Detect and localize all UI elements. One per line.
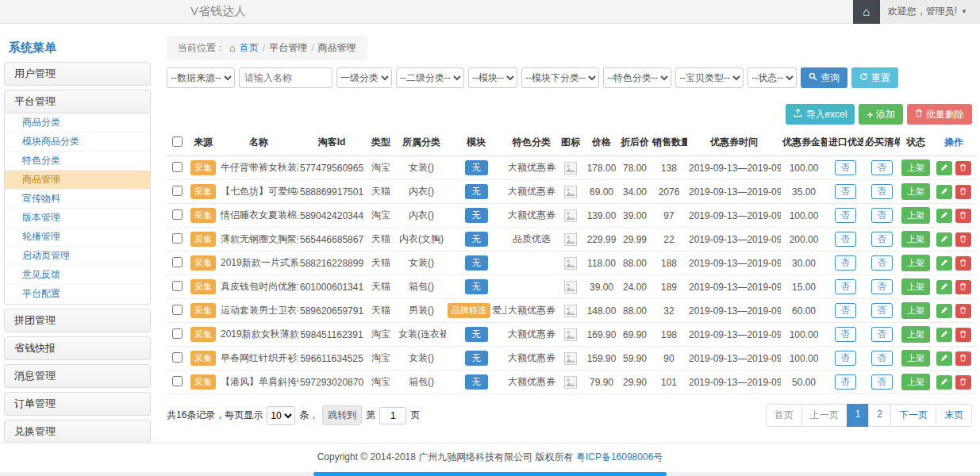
filter-select-7[interactable]: --宝贝类型-- bbox=[675, 67, 744, 88]
sidebar-subitem-商品管理[interactable]: 商品管理 bbox=[5, 171, 150, 190]
page-number-input[interactable] bbox=[379, 407, 406, 424]
filter-select-3[interactable]: --二级分类-- bbox=[396, 67, 464, 88]
delete-button[interactable] bbox=[955, 280, 971, 294]
page-size-select[interactable]: 10 bbox=[267, 406, 295, 425]
user-menu[interactable]: 欢迎您，管理员! ▼ bbox=[880, 5, 980, 18]
sidebar-item-订单管理[interactable]: 订单管理 bbox=[4, 392, 151, 416]
import-select-toggle[interactable]: 否 bbox=[835, 303, 856, 318]
status-button[interactable]: 上架 bbox=[901, 183, 930, 200]
must-buy-toggle[interactable]: 否 bbox=[871, 184, 893, 199]
status-button[interactable]: 上架 bbox=[901, 302, 930, 319]
filter-select-8[interactable]: --状态-- bbox=[747, 67, 797, 88]
import-select-toggle[interactable]: 否 bbox=[835, 160, 856, 175]
edit-button[interactable] bbox=[936, 209, 952, 223]
add-button[interactable]: + 添加 bbox=[859, 104, 903, 125]
edit-button[interactable] bbox=[936, 232, 952, 247]
must-buy-toggle[interactable]: 否 bbox=[871, 208, 893, 223]
sidebar-item-平台管理[interactable]: 平台管理 bbox=[4, 90, 151, 113]
status-button[interactable]: 上架 bbox=[901, 374, 930, 390]
batch-delete-button[interactable]: 批量删除 bbox=[907, 104, 972, 125]
row-checkbox[interactable] bbox=[172, 328, 183, 339]
filter-select-0[interactable]: --数据来源-- bbox=[167, 67, 235, 88]
page-button-上一页[interactable]: 上一页 bbox=[801, 404, 847, 427]
row-checkbox[interactable] bbox=[172, 186, 183, 196]
edit-button[interactable] bbox=[936, 185, 952, 199]
edit-button[interactable] bbox=[936, 328, 952, 342]
row-checkbox[interactable] bbox=[172, 376, 183, 386]
must-buy-toggle[interactable]: 否 bbox=[871, 255, 893, 271]
delete-button[interactable] bbox=[955, 328, 971, 342]
select-all-checkbox[interactable] bbox=[172, 136, 183, 147]
row-checkbox[interactable] bbox=[172, 233, 183, 244]
reset-button[interactable]: 重置 bbox=[851, 67, 898, 88]
filter-select-2[interactable]: 一级分类 bbox=[336, 67, 392, 88]
scrollbar-thumb[interactable] bbox=[313, 472, 667, 476]
delete-button[interactable] bbox=[955, 256, 971, 271]
row-checkbox[interactable] bbox=[172, 162, 183, 172]
import-excel-button[interactable]: 导入excel bbox=[786, 104, 855, 125]
delete-button[interactable] bbox=[955, 161, 971, 175]
home-button[interactable]: ⌂ bbox=[853, 0, 880, 24]
search-button[interactable]: 查询 bbox=[801, 67, 847, 88]
edit-button[interactable] bbox=[936, 256, 952, 271]
breadcrumb-home-link[interactable]: 首页 bbox=[240, 41, 259, 55]
delete-button[interactable] bbox=[955, 304, 971, 318]
import-select-toggle[interactable]: 否 bbox=[835, 232, 856, 247]
must-buy-toggle[interactable]: 否 bbox=[871, 374, 893, 390]
jump-button[interactable]: 跳转到 bbox=[322, 405, 362, 425]
edit-button[interactable] bbox=[936, 161, 952, 175]
status-button[interactable]: 上架 bbox=[901, 350, 930, 367]
status-button[interactable]: 上架 bbox=[901, 278, 930, 295]
status-button[interactable]: 上架 bbox=[901, 207, 930, 224]
icp-link[interactable]: 粤ICP备16098006号 bbox=[576, 451, 663, 463]
sidebar-subitem-意见反馈[interactable]: 意见反馈 bbox=[5, 266, 150, 285]
page-button-2[interactable]: 2 bbox=[868, 404, 891, 427]
edit-button[interactable] bbox=[936, 304, 952, 318]
sidebar-subitem-启动页管理[interactable]: 启动页管理 bbox=[5, 247, 150, 266]
status-button[interactable]: 上架 bbox=[901, 231, 930, 248]
filter-select-6[interactable]: --特色分类-- bbox=[603, 67, 671, 88]
delete-button[interactable] bbox=[955, 185, 971, 199]
sidebar-subitem-商品分类[interactable]: 商品分类 bbox=[5, 113, 150, 132]
must-buy-toggle[interactable]: 否 bbox=[871, 351, 893, 366]
sidebar-item-省钱快报[interactable]: 省钱快报 bbox=[4, 336, 151, 360]
name-search-input[interactable] bbox=[239, 67, 332, 88]
must-buy-toggle[interactable]: 否 bbox=[871, 232, 893, 247]
row-checkbox[interactable] bbox=[172, 305, 183, 315]
row-checkbox[interactable] bbox=[172, 209, 183, 220]
delete-button[interactable] bbox=[955, 375, 971, 390]
sidebar-subitem-版本管理[interactable]: 版本管理 bbox=[5, 209, 150, 228]
import-select-toggle[interactable]: 否 bbox=[835, 327, 856, 342]
must-buy-toggle[interactable]: 否 bbox=[871, 160, 893, 175]
must-buy-toggle[interactable]: 否 bbox=[871, 303, 893, 318]
row-checkbox[interactable] bbox=[172, 257, 183, 267]
page-button-末页[interactable]: 末页 bbox=[936, 404, 972, 427]
horizontal-scrollbar[interactable] bbox=[0, 472, 980, 476]
status-button[interactable]: 上架 bbox=[901, 255, 930, 271]
row-checkbox[interactable] bbox=[172, 281, 183, 291]
status-button[interactable]: 上架 bbox=[901, 326, 930, 343]
delete-button[interactable] bbox=[955, 232, 971, 247]
filter-select-5[interactable]: --模块下分类-- bbox=[521, 67, 599, 88]
sidebar-subitem-宣传物料[interactable]: 宣传物料 bbox=[5, 190, 150, 209]
must-buy-toggle[interactable]: 否 bbox=[871, 279, 893, 294]
page-button-下一页[interactable]: 下一页 bbox=[890, 404, 936, 427]
sidebar-item-拼团管理[interactable]: 拼团管理 bbox=[4, 309, 151, 332]
import-select-toggle[interactable]: 否 bbox=[835, 208, 856, 223]
sidebar-subitem-平台配置[interactable]: 平台配置 bbox=[5, 285, 150, 304]
must-buy-toggle[interactable]: 否 bbox=[871, 327, 893, 342]
page-button-1[interactable]: 1 bbox=[847, 404, 870, 427]
delete-button[interactable] bbox=[955, 351, 971, 366]
edit-button[interactable] bbox=[936, 280, 952, 294]
status-button[interactable]: 上架 bbox=[901, 159, 930, 176]
import-select-toggle[interactable]: 否 bbox=[835, 184, 856, 199]
sidebar-item-用户管理[interactable]: 用户管理 bbox=[4, 62, 151, 86]
filter-select-4[interactable]: --模块-- bbox=[468, 67, 517, 88]
import-select-toggle[interactable]: 否 bbox=[835, 279, 856, 294]
sidebar-item-消息管理[interactable]: 消息管理 bbox=[4, 364, 151, 388]
page-button-首页[interactable]: 首页 bbox=[766, 404, 802, 427]
import-select-toggle[interactable]: 否 bbox=[835, 374, 856, 390]
sidebar-subitem-模块商品分类[interactable]: 模块商品分类 bbox=[5, 132, 150, 152]
edit-button[interactable] bbox=[936, 375, 952, 390]
import-select-toggle[interactable]: 否 bbox=[835, 255, 856, 271]
